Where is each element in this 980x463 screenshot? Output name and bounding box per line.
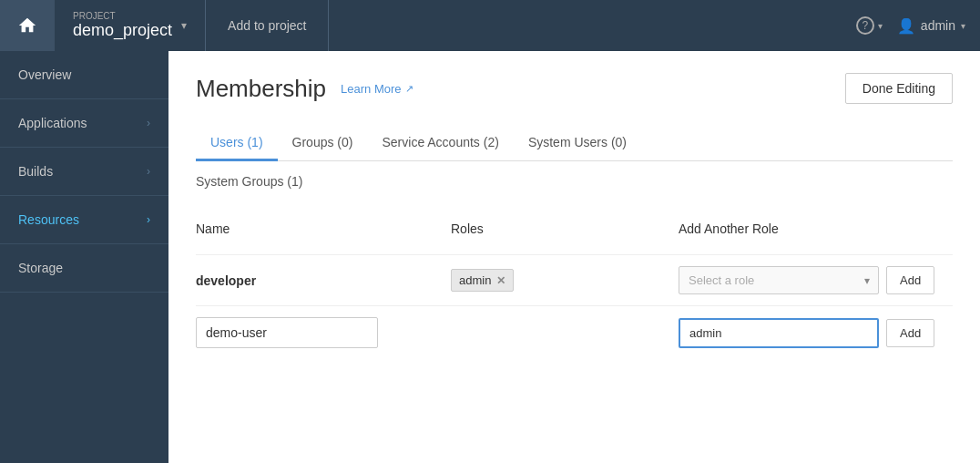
sidebar: Overview Applications › Builds › Resourc… — [0, 51, 168, 463]
page-header: Membership Learn More ↗ Done Editing — [196, 73, 953, 104]
sidebar-item-label: Resources — [18, 212, 79, 227]
sidebar-item-label: Applications — [18, 116, 87, 130]
member-input-cell — [196, 317, 451, 348]
col-header-roles: Roles — [451, 221, 679, 236]
user-chevron-icon: ▾ — [961, 21, 965, 31]
tab-system-users[interactable]: System Users (0) — [514, 126, 641, 161]
col-header-add-role: Add Another Role — [679, 221, 953, 236]
chevron-right-icon: › — [147, 213, 150, 226]
role-name-input[interactable] — [679, 318, 879, 348]
add-role-area: Add — [679, 318, 953, 348]
page-title: Membership — [196, 75, 326, 103]
role-badge: admin ✕ — [451, 269, 514, 292]
remove-role-button[interactable]: ✕ — [496, 274, 505, 287]
sub-tab-system-groups[interactable]: System Groups (1) — [196, 169, 302, 194]
sidebar-item-label: Storage — [18, 261, 63, 275]
navbar: Project demo_project ▾ Add to project ? … — [0, 0, 980, 51]
home-icon — [17, 15, 37, 36]
user-menu-button[interactable]: 👤 admin ▾ — [897, 17, 965, 35]
learn-more-link[interactable]: Learn More ↗ — [341, 82, 413, 96]
member-name-input[interactable] — [196, 317, 378, 348]
navbar-right: ? ▾ 👤 admin ▾ — [842, 16, 980, 35]
project-name: demo_project — [73, 21, 172, 40]
home-button[interactable] — [0, 0, 55, 51]
role-select[interactable]: Select a role admin edit view — [679, 266, 879, 294]
chevron-right-icon: › — [147, 117, 150, 129]
membership-tabs: Users (1) Groups (0) Service Accounts (2… — [196, 126, 953, 161]
help-button[interactable]: ? ▾ — [856, 16, 883, 35]
sidebar-item-storage[interactable]: Storage — [0, 244, 168, 293]
tab-users[interactable]: Users (1) — [196, 126, 278, 161]
role-select-wrapper: Select a role admin edit view — [679, 266, 879, 294]
sidebar-item-builds[interactable]: Builds › — [0, 148, 168, 196]
layout: Overview Applications › Builds › Resourc… — [0, 51, 980, 463]
sidebar-item-resources[interactable]: Resources › — [0, 196, 168, 244]
project-label: Project — [73, 11, 172, 21]
sub-tabs: System Groups (1) — [196, 169, 953, 194]
sidebar-item-applications[interactable]: Applications › — [0, 99, 168, 148]
add-to-project-button[interactable]: Add to project — [206, 0, 329, 51]
sidebar-item-label: Builds — [18, 164, 53, 179]
user-icon: 👤 — [897, 17, 915, 35]
table-row: Add — [196, 305, 953, 359]
add-role-area: Select a role admin edit view Add — [679, 266, 953, 294]
project-chevron-icon: ▾ — [181, 19, 187, 32]
members-table: Name Roles Add Another Role developer ad… — [196, 212, 953, 359]
add-role-button[interactable]: Add — [886, 266, 934, 294]
help-chevron-icon: ▾ — [878, 21, 883, 31]
project-selector[interactable]: Project demo_project ▾ — [55, 0, 206, 51]
col-header-name: Name — [196, 221, 451, 236]
user-label: admin — [921, 18, 955, 33]
help-circle-icon: ? — [856, 16, 874, 35]
sidebar-item-label: Overview — [18, 67, 71, 82]
role-badge-label: admin — [459, 273, 491, 287]
done-editing-button[interactable]: Done Editing — [845, 73, 953, 104]
tab-service-accounts[interactable]: Service Accounts (2) — [367, 126, 513, 161]
tab-groups[interactable]: Groups (0) — [278, 126, 368, 161]
add-role-button-2[interactable]: Add — [886, 319, 934, 347]
table-header: Name Roles Add Another Role — [196, 212, 953, 245]
table-row: developer admin ✕ Select a role admin ed… — [196, 254, 953, 305]
page-title-area: Membership Learn More ↗ — [196, 75, 413, 103]
main-content: Membership Learn More ↗ Done Editing Use… — [168, 51, 980, 463]
member-name: developer — [196, 273, 451, 288]
sidebar-item-overview[interactable]: Overview — [0, 51, 168, 99]
roles-cell: admin ✕ — [451, 269, 679, 292]
chevron-right-icon: › — [147, 165, 150, 178]
external-link-icon: ↗ — [405, 83, 413, 95]
